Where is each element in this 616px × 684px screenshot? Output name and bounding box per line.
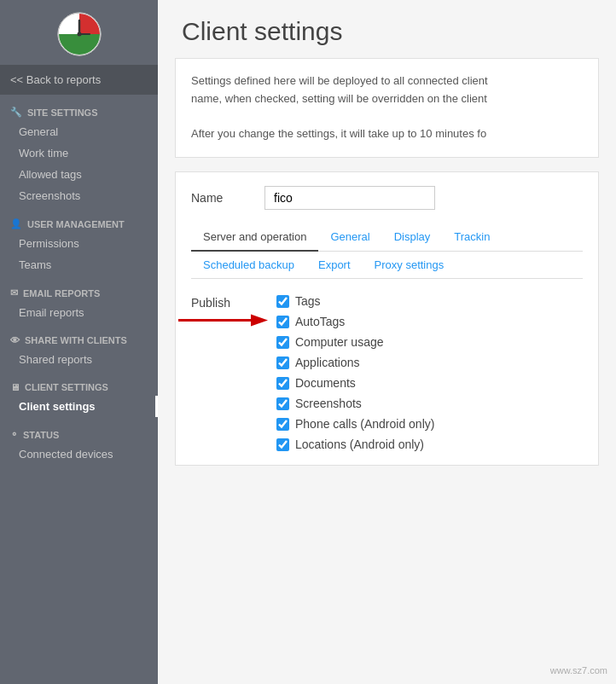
sidebar-item-teams[interactable]: Teams xyxy=(0,254,158,275)
checkbox-tags: Tags xyxy=(276,294,583,308)
checkbox-locations: Locations (Android only) xyxy=(276,438,583,451)
monitor-icon: 🖥 xyxy=(10,382,20,392)
checkbox-screenshots-input[interactable] xyxy=(276,397,289,410)
client-settings-section: 🖥 CLIENT SETTINGS xyxy=(0,370,158,396)
checkbox-locations-input[interactable] xyxy=(276,438,289,451)
checkbox-autotags-input[interactable] xyxy=(276,316,289,328)
publish-area: Publish Tags Aut xyxy=(191,294,583,451)
sidebar-item-email-reports[interactable]: Email reports xyxy=(0,302,158,323)
checkbox-phone-calls-label: Phone calls (Android only) xyxy=(295,417,434,431)
tab-proxy-settings[interactable]: Proxy settings xyxy=(363,252,456,278)
wrench-icon: 🔧 xyxy=(10,107,22,118)
tab-tracking[interactable]: Trackin xyxy=(442,223,502,251)
info-line-2: name, when checked, setting will be over… xyxy=(191,90,583,108)
svg-point-3 xyxy=(77,32,81,37)
sidebar: << Back to reports 🔧 SITE SETTINGS Gener… xyxy=(0,0,158,684)
checkbox-screenshots: Screenshots xyxy=(276,397,583,410)
tab-server-and-operation[interactable]: Server and operation xyxy=(191,223,318,252)
sidebar-item-allowed-tags[interactable]: Allowed tags xyxy=(0,164,158,185)
sidebar-item-connected-devices[interactable]: Connected devices xyxy=(0,443,158,465)
checkbox-documents-label: Documents xyxy=(295,376,356,390)
info-line-1: Settings defined here will be deployed t… xyxy=(191,72,583,90)
sidebar-item-client-settings[interactable]: Client settings xyxy=(0,396,158,417)
circle-icon: ⚬ xyxy=(10,429,18,440)
email-reports-section: ✉ EMAIL REPORTS xyxy=(0,275,158,302)
clock-icon xyxy=(57,12,102,56)
sidebar-item-work-time[interactable]: Work time xyxy=(0,142,158,164)
checkbox-computer-usage: Computer usage xyxy=(276,335,583,349)
checkbox-documents: Documents xyxy=(276,376,583,390)
name-row: Name xyxy=(191,186,583,210)
checkbox-autotags-label: AutoTags xyxy=(295,315,345,328)
info-line-3: After you change the settings, it will t… xyxy=(191,125,583,143)
tab-scheduled-backup[interactable]: Scheduled backup xyxy=(191,252,306,278)
user-icon: 👤 xyxy=(10,218,22,229)
page-title: Client settings xyxy=(158,0,616,58)
checkbox-locations-label: Locations (Android only) xyxy=(295,438,424,451)
checkbox-applications-label: Applications xyxy=(295,356,360,369)
sidebar-item-permissions[interactable]: Permissions xyxy=(0,233,158,254)
arrow-icon xyxy=(174,310,268,333)
checkbox-phone-calls: Phone calls (Android only) xyxy=(276,417,583,431)
back-to-reports-button[interactable]: << Back to reports xyxy=(0,65,158,95)
tabs-row-1: Server and operation General Display Tra… xyxy=(191,223,583,252)
sidebar-item-general[interactable]: General xyxy=(0,121,158,142)
checkbox-tags-input[interactable] xyxy=(276,295,289,308)
checkbox-autotags: AutoTags xyxy=(276,315,583,328)
checkbox-computer-usage-input[interactable] xyxy=(276,336,289,349)
form-area: Name Server and operation General Displa… xyxy=(175,171,599,466)
user-management-section: 👤 USER MANAGEMENT xyxy=(0,206,158,233)
info-box: Settings defined here will be deployed t… xyxy=(175,58,599,158)
tab-general[interactable]: General xyxy=(318,223,381,251)
sidebar-item-screenshots[interactable]: Screenshots xyxy=(0,185,158,206)
status-section: ⚬ STATUS xyxy=(0,417,158,443)
share-with-clients-section: 👁 SHARE WITH CLIENTS xyxy=(0,323,158,349)
envelope-icon: ✉ xyxy=(10,287,18,299)
checkbox-applications-input[interactable] xyxy=(276,356,289,369)
name-input[interactable] xyxy=(264,186,435,210)
svg-marker-6 xyxy=(251,315,268,327)
tabs-row-2: Scheduled backup Export Proxy settings xyxy=(191,252,583,279)
checkboxes-column: Tags AutoTags C xyxy=(276,294,583,451)
logo-area xyxy=(0,0,158,65)
checkbox-phone-calls-input[interactable] xyxy=(276,418,289,431)
tab-export[interactable]: Export xyxy=(306,252,363,278)
checkbox-applications: Applications xyxy=(276,356,583,369)
sidebar-item-shared-reports[interactable]: Shared reports xyxy=(0,349,158,370)
site-settings-section: 🔧 SITE SETTINGS xyxy=(0,95,158,121)
checkbox-tags-label: Tags xyxy=(295,294,321,308)
checkbox-screenshots-label: Screenshots xyxy=(295,397,362,410)
eye-icon: 👁 xyxy=(10,335,20,345)
name-label: Name xyxy=(191,191,251,205)
checkbox-documents-input[interactable] xyxy=(276,377,289,390)
main-content: Client settings Settings defined here wi… xyxy=(158,0,616,684)
checkbox-computer-usage-label: Computer usage xyxy=(295,335,384,349)
tab-display[interactable]: Display xyxy=(382,223,443,251)
